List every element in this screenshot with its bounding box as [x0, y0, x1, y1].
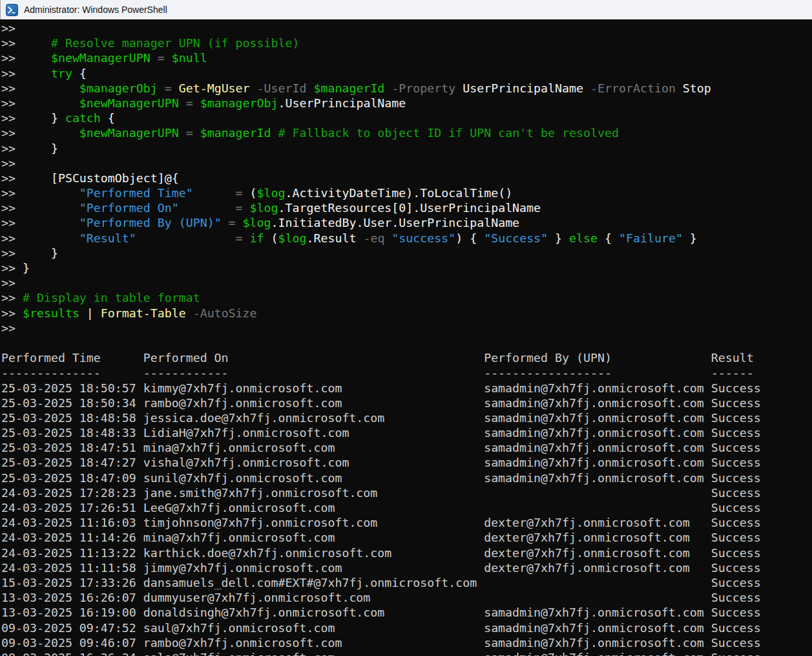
table-row: 09-03-2025 09:46:07 rambo@7xh7fj.onmicro…	[1, 635, 812, 650]
console-line: >>	[1, 321, 812, 335]
console-line: >> $newManagerUPN = $null	[1, 50, 812, 65]
terminal-output[interactable]: >>>> # Resolve manager UPN (if possible)…	[0, 19, 812, 656]
table-row: 25-03-2025 18:50:57 kimmy@7xh7fj.onmicro…	[1, 381, 812, 396]
console-line: >> $newManagerUPN = $managerId # Fallbac…	[1, 125, 812, 140]
console-line	[1, 335, 812, 350]
table-row: 15-03-2025 17:33:26 dansamuels_dell.com#…	[1, 575, 812, 590]
table-underline-row: -------------- ------------ ------------…	[1, 365, 812, 380]
console-line: >> $newManagerUPN = $managerObj.UserPrin…	[1, 96, 812, 111]
table-row: 08-03-2025 16:36:34 sala@7xh7fj.onmicros…	[1, 650, 812, 656]
console-line: >> # Resolve manager UPN (if possible)	[1, 36, 812, 50]
console-line: >> }	[1, 260, 812, 275]
console-line: >> "Performed By (UPN)" = $log.Initiated…	[1, 215, 812, 230]
console-line: >> "Result" = if ($log.Result -eq "succe…	[1, 231, 812, 246]
console-line: >> $managerObj = Get-MgUser -UserId $man…	[1, 81, 812, 96]
table-row: 13-03-2025 16:19:00 donaldsingh@7xh7fj.o…	[1, 605, 812, 620]
console-line: >> $results | Format-Table -AutoSize	[1, 306, 812, 321]
table-row: 25-03-2025 18:48:58 jessica.doe@7xh7fj.o…	[1, 410, 812, 425]
table-row: 25-03-2025 18:50:34 rambo@7xh7fj.onmicro…	[1, 396, 812, 410]
table-row: 25-03-2025 18:48:33 LidiaH@7xh7fj.onmicr…	[1, 425, 812, 440]
table-row: 24-03-2025 17:26:51 LeeG@7xh7fj.onmicros…	[1, 500, 812, 515]
console-line: >>	[1, 275, 812, 290]
table-row: 13-03-2025 16:26:07 dummyuser@7xh7fj.onm…	[1, 590, 812, 605]
table-row: 24-03-2025 11:11:58 jimmy@7xh7fj.onmicro…	[1, 560, 812, 575]
console-line: >> "Performed On" = $log.TargetResources…	[1, 200, 812, 215]
console-line: >> try {	[1, 66, 812, 81]
console-line: >> [PSCustomObject]@{	[1, 171, 812, 185]
title-bar[interactable]: Administrator: Windows PowerShell	[0, 0, 812, 19]
console-line: >>	[1, 156, 812, 171]
table-row: 24-03-2025 11:14:26 mina@7xh7fj.onmicros…	[1, 530, 812, 545]
window-title: Administrator: Windows PowerShell	[24, 5, 167, 15]
table-header-row: Performed Time Performed On Performed By…	[1, 350, 812, 365]
console-line: >> }	[1, 141, 812, 156]
console-line: >> # Display in table format	[1, 290, 812, 305]
table-row: 25-03-2025 18:47:51 mina@7xh7fj.onmicros…	[1, 440, 812, 455]
table-row: 24-03-2025 11:16:03 timjohnson@7xh7fj.on…	[1, 515, 812, 530]
console-line: >> "Performed Time" = ($log.ActivityDate…	[1, 185, 812, 200]
console-line: >> } catch {	[1, 111, 812, 125]
powershell-icon[interactable]	[6, 4, 18, 16]
console-line: >> }	[1, 246, 812, 260]
table-row: 09-03-2025 09:47:52 saul@7xh7fj.onmicros…	[1, 620, 812, 635]
table-row: 25-03-2025 18:47:27 vishal@7xh7fj.onmicr…	[1, 455, 812, 470]
table-row: 24-03-2025 11:13:22 karthick.doe@7xh7fj.…	[1, 545, 812, 560]
table-row: 24-03-2025 17:28:23 jane.smith@7xh7fj.on…	[1, 485, 812, 500]
console-line: >>	[1, 21, 812, 36]
table-row: 25-03-2025 18:47:09 sunil@7xh7fj.onmicro…	[1, 471, 812, 485]
